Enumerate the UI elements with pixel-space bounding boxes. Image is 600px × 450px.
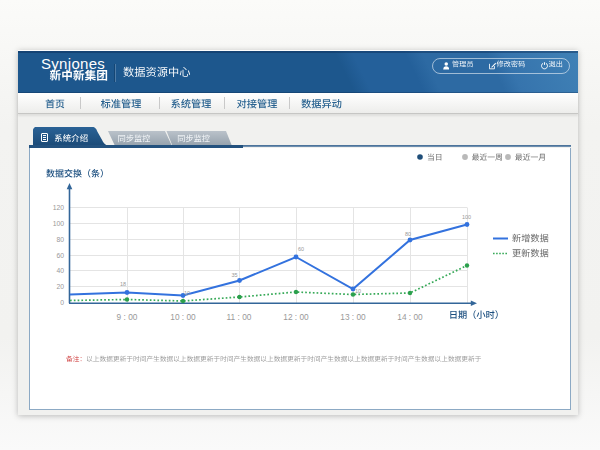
svg-text:120: 120 bbox=[53, 204, 65, 211]
svg-text:100: 100 bbox=[53, 220, 65, 227]
svg-text:20: 20 bbox=[56, 283, 64, 290]
svg-text:60: 60 bbox=[56, 252, 64, 259]
svg-text:60: 60 bbox=[298, 246, 304, 252]
svg-text:10: 10 bbox=[184, 290, 190, 296]
svg-text:13 : 00: 13 : 00 bbox=[340, 312, 366, 322]
svg-text:14 : 00: 14 : 00 bbox=[397, 312, 423, 322]
svg-text:11 : 00: 11 : 00 bbox=[227, 312, 252, 322]
svg-text:10: 10 bbox=[355, 288, 361, 294]
svg-text:10 : 00: 10 : 00 bbox=[170, 312, 196, 322]
svg-text:0: 0 bbox=[60, 299, 64, 306]
svg-text:18: 18 bbox=[120, 281, 126, 287]
svg-text:100: 100 bbox=[462, 214, 471, 220]
svg-text:40: 40 bbox=[56, 267, 64, 274]
svg-text:80: 80 bbox=[405, 231, 411, 237]
svg-text:12 : 00: 12 : 00 bbox=[283, 312, 309, 322]
svg-text:35: 35 bbox=[232, 272, 238, 278]
svg-text:80: 80 bbox=[56, 236, 64, 243]
svg-text:9 : 00: 9 : 00 bbox=[117, 312, 138, 322]
